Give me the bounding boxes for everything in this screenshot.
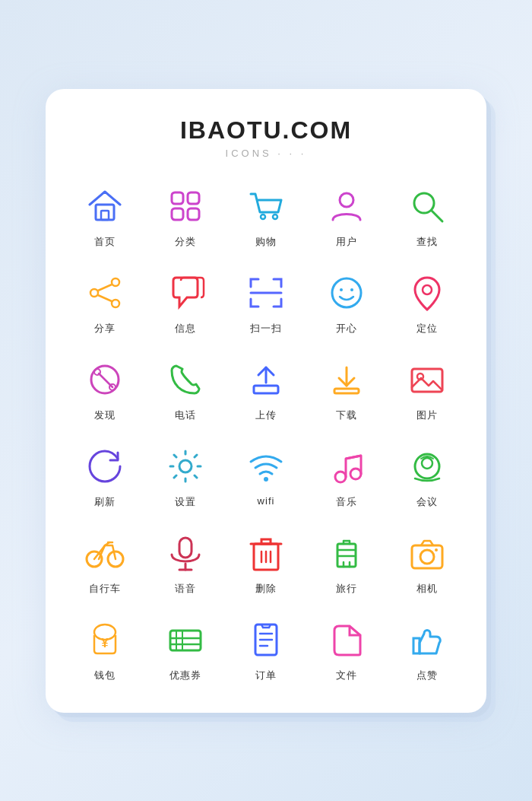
share-label: 分享 [94, 322, 116, 335]
icon-item-scan: 扫一扫 [230, 270, 302, 335]
bike-label: 自行车 [89, 582, 121, 596]
svg-point-31 [335, 472, 346, 482]
svg-point-13 [112, 300, 119, 307]
icon-item-wallet: ¥ 钱包 [68, 617, 141, 682]
order-icon[interactable] [243, 617, 289, 663]
file-icon[interactable] [324, 617, 369, 663]
smile-label: 开心 [336, 322, 357, 335]
svg-point-7 [273, 215, 277, 219]
icon-item-upload: 上传 [230, 357, 302, 422]
user-icon[interactable] [324, 183, 369, 229]
svg-line-15 [98, 295, 112, 301]
svg-point-6 [261, 215, 265, 219]
svg-rect-26 [334, 389, 359, 393]
svg-point-19 [350, 288, 353, 291]
icon-item-like: 点赞 [391, 617, 464, 682]
camera-label: 相机 [416, 582, 438, 596]
svg-rect-3 [188, 192, 199, 204]
upload-icon[interactable] [243, 357, 289, 402]
download-icon[interactable] [324, 357, 369, 402]
icon-item-file: 文件 [310, 617, 383, 682]
svg-point-58 [435, 548, 438, 551]
scan-icon[interactable] [243, 270, 289, 316]
svg-point-12 [90, 289, 98, 297]
card-header: IBAOTU.COM ICONS · · · [68, 116, 464, 159]
share-icon[interactable] [82, 270, 128, 316]
icon-item-message: 信息 [149, 270, 222, 335]
wallet-label: 钱包 [94, 669, 116, 682]
icon-item-home: 首页 [68, 183, 141, 249]
svg-line-33 [346, 456, 361, 459]
icon-item-cart: 购物 [230, 183, 302, 249]
delete-icon[interactable] [243, 530, 289, 576]
settings-label: 设置 [175, 495, 196, 509]
home-icon[interactable] [82, 183, 128, 229]
like-label: 点赞 [416, 669, 438, 682]
header-subtitle: ICONS · · · [68, 148, 464, 159]
svg-text:¥: ¥ [102, 637, 109, 650]
icon-item-travel: 旅行 [310, 530, 383, 596]
wallet-icon[interactable]: ¥ [82, 617, 128, 663]
message-icon[interactable] [163, 270, 208, 316]
svg-rect-40 [179, 538, 192, 558]
svg-point-11 [112, 278, 119, 286]
scan-label: 扫一扫 [250, 322, 282, 335]
bike-icon[interactable] [82, 530, 128, 576]
category-label: 分类 [175, 235, 196, 249]
voice-icon[interactable] [163, 530, 208, 576]
discover-label: 发现 [94, 408, 116, 422]
wifi-icon[interactable] [243, 443, 289, 489]
svg-rect-2 [172, 192, 183, 204]
smile-icon[interactable] [324, 270, 369, 316]
icon-item-music: 音乐 [310, 443, 383, 509]
svg-rect-4 [172, 208, 183, 220]
header-title: IBAOTU.COM [68, 116, 464, 145]
svg-point-57 [420, 550, 434, 564]
phone-label: 电话 [175, 408, 196, 422]
phone-icon[interactable] [163, 357, 208, 402]
travel-icon[interactable] [324, 530, 369, 576]
user-label: 用户 [336, 235, 357, 249]
icon-item-category: 分类 [149, 183, 222, 249]
icon-item-coupon: 优惠券 [149, 617, 222, 682]
music-label: 音乐 [336, 495, 357, 509]
icon-item-location: 定位 [391, 270, 464, 335]
order-label: 订单 [255, 669, 277, 682]
coupon-icon[interactable] [163, 617, 208, 663]
svg-rect-25 [254, 386, 278, 393]
search-icon[interactable] [404, 183, 450, 229]
svg-point-8 [340, 193, 353, 207]
settings-icon[interactable] [163, 443, 208, 489]
svg-point-35 [422, 458, 432, 469]
icon-item-order: 订单 [230, 617, 302, 682]
meeting-icon[interactable] [404, 443, 450, 489]
search-label: 查找 [416, 235, 438, 249]
svg-line-10 [432, 211, 442, 221]
refresh-icon[interactable] [82, 443, 128, 489]
icon-item-refresh: 刷新 [68, 443, 141, 509]
icon-item-bike: 自行车 [68, 530, 141, 596]
icon-item-phone: 电话 [149, 357, 222, 422]
svg-point-29 [179, 460, 192, 472]
camera-icon[interactable] [404, 530, 450, 576]
location-label: 定位 [416, 322, 438, 335]
image-label: 图片 [416, 408, 438, 422]
image-icon[interactable] [404, 357, 450, 402]
voice-label: 语音 [175, 582, 196, 596]
discover-icon[interactable] [82, 357, 128, 402]
meeting-label: 会议 [416, 495, 438, 509]
icon-item-wifi: wifi [230, 443, 302, 509]
music-icon[interactable] [324, 443, 369, 489]
like-icon[interactable] [404, 617, 450, 663]
location-icon[interactable] [404, 270, 450, 316]
file-label: 文件 [336, 669, 357, 682]
svg-rect-5 [188, 208, 199, 220]
category-icon[interactable] [163, 183, 208, 229]
svg-point-30 [264, 477, 268, 482]
cart-icon[interactable] [243, 183, 289, 229]
icon-item-smile: 开心 [310, 270, 383, 335]
icon-item-camera: 相机 [391, 530, 464, 596]
svg-rect-27 [412, 369, 442, 392]
icon-item-search: 查找 [391, 183, 464, 249]
refresh-label: 刷新 [94, 495, 116, 509]
